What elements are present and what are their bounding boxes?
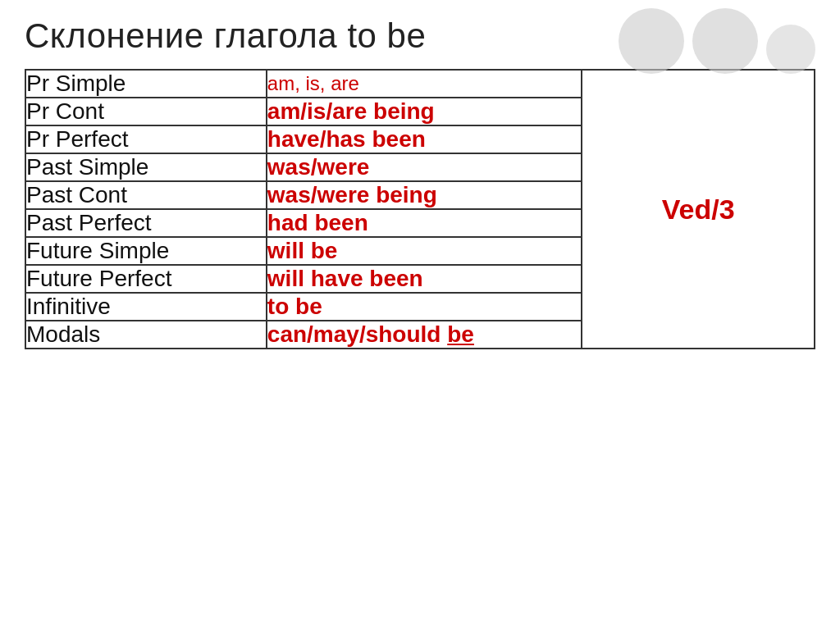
circle-1: [619, 8, 684, 74]
form-cell: to be: [267, 293, 582, 321]
form-cell: am, is, are: [267, 70, 582, 98]
form-cell: will be: [267, 237, 582, 265]
term-cell: Future Simple: [25, 237, 267, 265]
conjugation-table: Pr Simple am, is, are Ved/3 Pr Cont am/i…: [25, 69, 815, 349]
form-cell: was/were being: [267, 181, 582, 209]
term-cell: Past Perfect: [25, 209, 267, 237]
circle-2: [692, 8, 758, 74]
right-cell: Ved/3: [582, 70, 815, 349]
term-cell: Pr Cont: [25, 98, 267, 125]
term-cell: Future Perfect: [25, 265, 267, 293]
circle-3: [766, 25, 815, 74]
term-cell: Pr Perfect: [25, 125, 267, 153]
table-row: Pr Simple am, is, are Ved/3: [25, 70, 815, 98]
term-cell: Infinitive: [25, 293, 267, 321]
term-cell: Past Cont: [25, 181, 267, 209]
term-cell: Modals: [25, 321, 267, 349]
modals-form-cell: can/may/should be: [267, 321, 582, 349]
term-cell: Pr Simple: [25, 70, 267, 98]
form-cell: am/is/are being: [267, 98, 582, 125]
form-cell: was/were: [267, 153, 582, 181]
form-cell: have/has been: [267, 125, 582, 153]
term-cell: Past Simple: [25, 153, 267, 181]
form-cell: will have been: [267, 265, 582, 293]
page-container: Склонение глагола to be Pr Simple am, is…: [0, 0, 840, 366]
form-cell: had been: [267, 209, 582, 237]
decorative-circles: [619, 8, 815, 74]
